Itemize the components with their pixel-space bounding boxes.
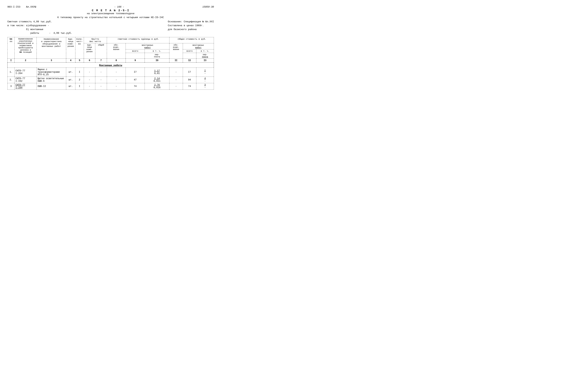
row2-code: СКПЭ-77I-I62 <box>15 77 37 83</box>
col-header-code: Наименованиеукрупненныхпоказателей инорм… <box>15 37 37 59</box>
meta-left: Сметная стоимость 4,99 тыс.руб. в том чи… <box>7 20 72 35</box>
row1-desc: Ящики с трансформаторами ЯТП-0,25 <box>37 68 66 77</box>
row3-brutto: - <box>84 83 95 90</box>
row1-total-montaj: I7 <box>183 68 196 77</box>
row3-code: СКПЭ-77I-I64 <box>15 83 37 90</box>
col-header-obshaya: :Общая стоимость в руб. <box>169 37 214 43</box>
col-header-montaj-vsego: всего <box>126 49 145 53</box>
col-header-total-vtch: в т. ч. <box>196 49 214 53</box>
col-header-total-zarplata-label <box>183 53 196 59</box>
row2-netto: - <box>95 77 107 83</box>
row3-qty: I <box>75 83 84 90</box>
row2-unit: шт. <box>66 77 75 83</box>
row3-num: 3 <box>7 83 15 90</box>
col-header-obshiy: общий <box>95 43 107 59</box>
row2-num: 2. <box>7 77 15 83</box>
row1-num: 1. <box>7 68 15 77</box>
row3-desc: ОШВ-I2 <box>37 83 66 90</box>
column-number-row: I 2 3 4 5 6 7 8 9 IO II I2 I3 <box>7 59 214 62</box>
col-header-unit: Еди-ницаизме-рения <box>66 37 75 59</box>
table-row: 1. СКПЭ-77I-264 Ящики с трансформаторами… <box>7 68 214 77</box>
row1-qty: I <box>75 68 84 77</box>
col-header-edinitsa: еди-ницаизме-рения <box>84 43 95 59</box>
smeta-subtitle2: К типовому проекту на строительство коте… <box>7 16 214 19</box>
section-montaj: Монтажные работы <box>7 62 214 68</box>
smeta-title: С М Е Т А № 2-5-I <box>7 9 214 12</box>
page-number: - 166 - <box>36 5 203 8</box>
col-header-total-montaj: монтажныхработ <box>183 43 214 49</box>
col-header-oborud-price: обо-рудо-вания <box>107 43 126 59</box>
row1-total-oborud: - <box>169 68 183 77</box>
row3-total-zarplata: 3- <box>196 83 214 90</box>
meta-right: Основание: Спецификация № Ал.ХХI Составл… <box>168 20 214 35</box>
col-header-num: №№пп <box>7 37 15 59</box>
row1-unit: шт. <box>66 68 75 77</box>
row1-oborud: - <box>107 68 126 77</box>
smeta-subtitle1: на электроосвещение топливоподачи <box>7 12 214 15</box>
col-header-montaj-vtch: в т. ч. <box>145 49 169 53</box>
doc-code-right: 15859-30 <box>203 5 214 8</box>
row2-total-oborud: - <box>169 77 183 83</box>
table-row: 2. СКПЭ-77I-I62 Щитки осветительные ОШВ-… <box>7 77 214 83</box>
row1-code: СКПЭ-77I-264 <box>15 68 37 77</box>
row3-oborud: - <box>107 83 126 90</box>
section-label: Монтажные работы <box>7 62 214 68</box>
col-header-total-oborud: обо-рудо-вания <box>169 43 183 59</box>
col-header-qty: Коли-чест-во <box>75 37 84 59</box>
col-header-montaj-price: монтажныхработ <box>126 43 169 49</box>
col-header-montaj-zarplata-label <box>126 53 145 59</box>
col-header-total-vsego: всего <box>183 49 196 53</box>
row2-montaj-price: 47 <box>126 77 145 83</box>
row2-montaj-total: 2,140,011 <box>145 77 169 83</box>
row2-oborud: - <box>107 77 126 83</box>
row1-montaj-total: 1,170,01 <box>145 68 169 77</box>
col-header-montaj-zarplata: зар-плата <box>145 53 169 59</box>
doc-code-left: 903-I-I53 Ал.ХХУШ <box>7 5 36 8</box>
col-header-smetnaya: :Сметная стоимость единицы в руб. <box>107 37 169 43</box>
col-header-ves: бруттоВес нетто <box>84 37 107 43</box>
row3-montaj-total: 2,760,016 <box>145 83 169 90</box>
row2-total-zarplata: 4- <box>196 77 214 83</box>
row2-qty: 2 <box>75 77 84 83</box>
smeta-table: №№пп Наименованиеукрупненныхпоказателей … <box>7 37 214 90</box>
col-header-desc: Наименованиеи характеристикаоборудование… <box>37 37 66 59</box>
row3-total-oborud: - <box>169 83 183 90</box>
row2-total-montaj: 94 <box>183 77 196 83</box>
row1-netto: - <box>95 68 107 77</box>
row3-montaj-price: 74 <box>126 83 145 90</box>
row3-total-montaj: 74 <box>183 83 196 90</box>
row3-unit: шт. <box>66 83 75 90</box>
row2-desc: Щитки осветительные ОШВ-6 <box>37 77 66 83</box>
table-row: 3 СКПЭ-77I-I64 ОШВ-I2 шт. I - - - 74 2,7… <box>7 83 214 90</box>
row1-brutto: - <box>84 68 95 77</box>
row1-total-zarplata: I- <box>196 68 214 77</box>
row2-brutto: - <box>84 77 95 83</box>
row3-netto: - <box>95 83 107 90</box>
col-header-total-zarplata: зар-плата <box>196 53 214 59</box>
row1-montaj-price: I7 <box>126 68 145 77</box>
